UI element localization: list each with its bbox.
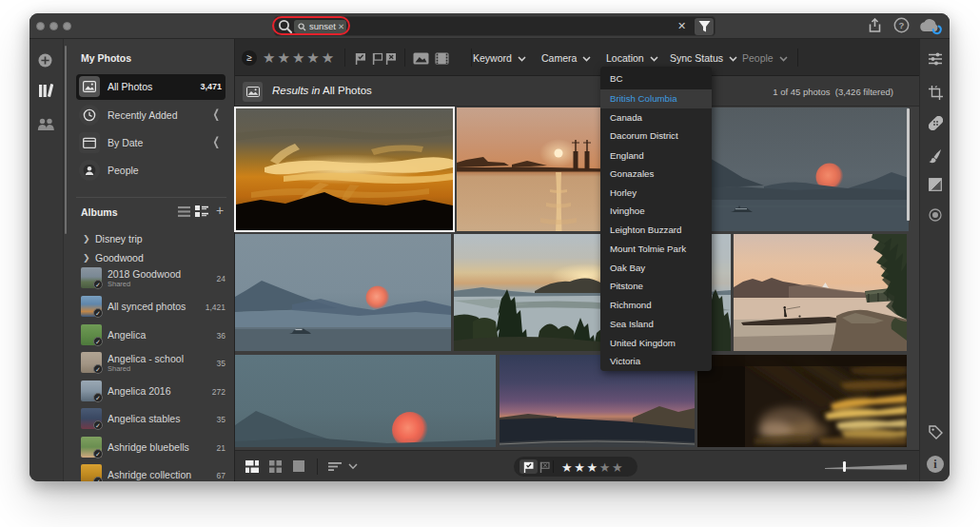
svg-text:?: ? [899, 20, 905, 30]
